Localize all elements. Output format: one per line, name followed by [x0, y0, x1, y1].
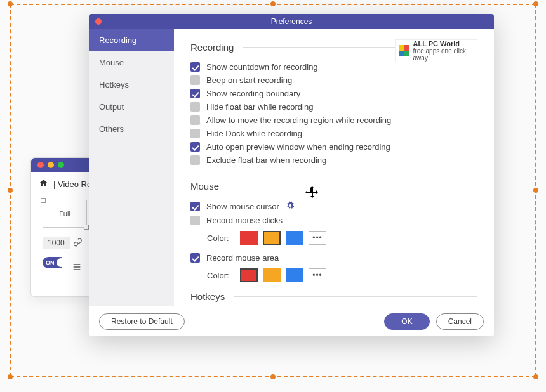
click-color-picker: Color: ••• [207, 231, 477, 245]
option-label: Hide float bar while recording [206, 102, 313, 112]
checkbox[interactable] [190, 62, 200, 72]
link-icon[interactable] [74, 238, 83, 249]
preferences-footer: Restore to Default OK Cancel [89, 306, 494, 336]
button-label: OK [401, 317, 412, 326]
preferences-sidebar: Recording Mouse Hotkeys Output Others [89, 29, 174, 306]
preferences-content[interactable]: ALL PC Worldfree apps one click away Rec… [174, 29, 494, 306]
option-label: Auto open preview window when ending rec… [206, 142, 390, 152]
button-label: Restore to Default [111, 317, 173, 326]
watermark-logo-icon [399, 45, 410, 56]
breadcrumb-label: | Video Re [53, 180, 91, 189]
preferences-titlebar[interactable]: Preferences [89, 14, 494, 29]
color-swatch-red[interactable] [240, 268, 258, 282]
section-title: Mouse [190, 181, 219, 192]
checkbox[interactable] [190, 142, 200, 152]
sidebar-item-label: Hotkeys [99, 80, 129, 89]
close-icon[interactable] [95, 18, 102, 25]
color-swatch-red[interactable] [240, 231, 258, 245]
option-label: Show recording boundary [206, 89, 300, 98]
close-icon[interactable] [37, 162, 44, 168]
option-label: Hide Dock while recording [206, 129, 302, 138]
preferences-window: Preferences Recording Mouse Hotkeys Outp… [89, 14, 494, 336]
checkbox[interactable] [190, 129, 200, 138]
option-show-boundary[interactable]: Show recording boundary [190, 87, 477, 100]
checkbox[interactable] [190, 202, 200, 211]
section-heading-mouse: Mouse [190, 181, 477, 192]
option-label: Exclude float bar when recording [206, 155, 326, 165]
sidebar-item-hotkeys[interactable]: Hotkeys [89, 74, 174, 96]
option-record-clicks[interactable]: Record mouse clicks [190, 214, 477, 227]
watermark-title: ALL PC World [413, 40, 473, 48]
watermark-sub: free apps one click away [413, 48, 466, 62]
sidebar-item-label: Output [99, 102, 124, 112]
divider [234, 296, 477, 297]
selection-handle[interactable] [270, 374, 276, 379]
sidebar-item-recording[interactable]: Recording [89, 29, 174, 51]
option-exclude-floatbar[interactable]: Exclude float bar when recording [190, 154, 477, 167]
region-preset[interactable]: Full [43, 200, 87, 228]
option-label: Show mouse cursor [206, 202, 279, 211]
color-swatch-orange[interactable] [263, 231, 281, 245]
button-label: Cancel [448, 317, 472, 326]
divider [228, 186, 477, 186]
option-record-area[interactable]: Record mouse area [190, 251, 477, 265]
zoom-icon[interactable] [58, 162, 64, 168]
section-title: Recording [190, 42, 234, 53]
checkbox[interactable] [190, 253, 200, 263]
checkbox[interactable] [190, 115, 200, 125]
option-auto-preview[interactable]: Auto open preview window when ending rec… [190, 140, 477, 154]
option-show-cursor[interactable]: Show mouse cursor [190, 199, 477, 214]
option-label: Show countdown for recording [206, 62, 318, 72]
color-swatch-blue[interactable] [286, 231, 303, 245]
sidebar-item-label: Recording [99, 36, 136, 45]
gear-icon[interactable] [286, 201, 295, 212]
option-hide-dock[interactable]: Hide Dock while recording [190, 127, 477, 140]
region-label: Full [59, 210, 70, 218]
option-label: Record mouse area [206, 253, 279, 263]
selection-handle[interactable] [8, 1, 13, 6]
restore-default-button[interactable]: Restore to Default [99, 313, 185, 330]
checkbox[interactable] [190, 102, 200, 112]
section-heading-hotkeys: Hotkeys [190, 291, 477, 302]
home-icon[interactable] [39, 178, 48, 190]
sidebar-item-mouse[interactable]: Mouse [89, 51, 174, 74]
width-value[interactable]: 1000 [43, 237, 70, 249]
sidebar-item-label: Mouse [99, 58, 124, 67]
selection-handle[interactable] [533, 1, 538, 6]
selection-handle[interactable] [8, 374, 13, 379]
toggle-on-label: ON [46, 259, 55, 266]
window-title: Preferences [271, 17, 312, 26]
option-label: Beep on start recording [206, 75, 292, 85]
sidebar-item-output[interactable]: Output [89, 96, 174, 118]
selection-handle[interactable] [8, 188, 13, 193]
option-label: Allow to move the recording region while… [206, 115, 391, 125]
color-swatch-orange[interactable] [263, 268, 281, 282]
section-title: Hotkeys [190, 291, 225, 302]
checkbox[interactable] [190, 89, 200, 98]
selection-handle[interactable] [270, 1, 276, 6]
option-show-countdown[interactable]: Show countdown for recording [190, 60, 477, 74]
checkbox[interactable] [190, 75, 200, 85]
cancel-button[interactable]: Cancel [436, 313, 484, 330]
selection-handle[interactable] [533, 374, 538, 379]
sidebar-item-label: Others [99, 124, 124, 134]
color-swatch-blue[interactable] [286, 268, 303, 282]
selection-handle[interactable] [533, 188, 538, 193]
option-beep[interactable]: Beep on start recording [190, 74, 477, 87]
sidebar-item-others[interactable]: Others [89, 118, 174, 140]
minimize-icon[interactable] [48, 162, 54, 168]
option-label: Record mouse clicks [206, 216, 283, 225]
checkbox[interactable] [190, 155, 200, 165]
ok-button[interactable]: OK [384, 313, 429, 330]
area-color-picker: Color: ••• [207, 268, 477, 282]
more-colors-button[interactable]: ••• [309, 231, 326, 245]
menu-icon[interactable] [72, 262, 82, 274]
more-colors-button[interactable]: ••• [309, 268, 326, 282]
option-hide-floatbar[interactable]: Hide float bar while recording [190, 100, 477, 114]
color-label: Color: [207, 233, 235, 243]
watermark-badge: ALL PC Worldfree apps one click away [395, 39, 477, 62]
checkbox[interactable] [190, 216, 200, 225]
option-move-region[interactable]: Allow to move the recording region while… [190, 114, 477, 127]
color-label: Color: [207, 271, 235, 280]
